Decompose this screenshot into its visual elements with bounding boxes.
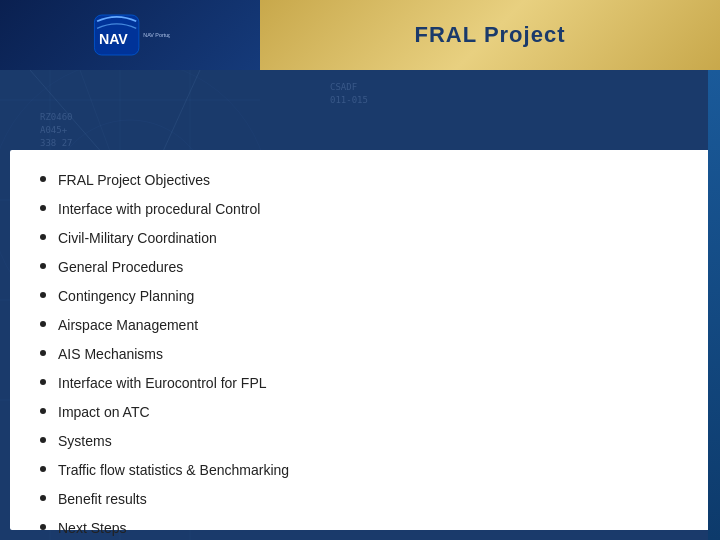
list-item-text: FRAL Project Objectives <box>58 170 210 191</box>
bullet-dot-icon <box>40 379 46 385</box>
content-area: FRAL Project ObjectivesInterface with pr… <box>10 150 710 530</box>
svg-text:NAV Portugal, E.P.E.: NAV Portugal, E.P.E. <box>143 32 170 38</box>
list-item: Interface with procedural Control <box>40 199 680 220</box>
list-item-text: Traffic flow statistics & Benchmarking <box>58 460 289 481</box>
list-item: Contingency Planning <box>40 286 680 307</box>
list-item: AIS Mechanisms <box>40 344 680 365</box>
right-panel <box>708 70 720 540</box>
list-item-text: Interface with Eurocontrol for FPL <box>58 373 267 394</box>
list-item-text: Contingency Planning <box>58 286 194 307</box>
svg-text:A045+: A045+ <box>40 125 68 135</box>
bullet-dot-icon <box>40 350 46 356</box>
list-item: Next Steps <box>40 518 680 539</box>
list-item: Interface with Eurocontrol for FPL <box>40 373 680 394</box>
list-item-text: Civil-Military Coordination <box>58 228 217 249</box>
list-item: Traffic flow statistics & Benchmarking <box>40 460 680 481</box>
list-item-text: AIS Mechanisms <box>58 344 163 365</box>
svg-text:RZ0460: RZ0460 <box>40 112 73 122</box>
title-area: FRAL Project <box>260 0 720 70</box>
bullet-dot-icon <box>40 263 46 269</box>
bullet-dot-icon <box>40 321 46 327</box>
bullet-dot-icon <box>40 437 46 443</box>
bullet-dot-icon <box>40 234 46 240</box>
page-title: FRAL Project <box>415 22 566 48</box>
list-item: General Procedures <box>40 257 680 278</box>
list-item: Benefit results <box>40 489 680 510</box>
nav-logo-svg: NAV NAV Portugal, E.P.E. <box>90 10 170 60</box>
list-item: FRAL Project Objectives <box>40 170 680 191</box>
header-bar: NAV NAV Portugal, E.P.E. FRAL Project <box>0 0 720 70</box>
list-item-text: Systems <box>58 431 112 452</box>
svg-text:NAV: NAV <box>99 31 128 47</box>
svg-text:CSADF: CSADF <box>330 82 357 92</box>
bullet-list: FRAL Project ObjectivesInterface with pr… <box>40 170 680 540</box>
list-item: Airspace Management <box>40 315 680 336</box>
list-item-text: Benefit results <box>58 489 147 510</box>
bullet-dot-icon <box>40 466 46 472</box>
svg-text:338 27: 338 27 <box>40 138 73 148</box>
list-item: Impact on ATC <box>40 402 680 423</box>
bullet-dot-icon <box>40 495 46 501</box>
list-item-text: Interface with procedural Control <box>58 199 260 220</box>
logo-area: NAV NAV Portugal, E.P.E. <box>0 0 260 70</box>
bullet-dot-icon <box>40 205 46 211</box>
list-item: Civil-Military Coordination <box>40 228 680 249</box>
bullet-dot-icon <box>40 408 46 414</box>
bullet-dot-icon <box>40 524 46 530</box>
list-item-text: Impact on ATC <box>58 402 150 423</box>
list-item-text: Next Steps <box>58 518 126 539</box>
list-item: Systems <box>40 431 680 452</box>
svg-text:011-015: 011-015 <box>330 95 368 105</box>
bullet-dot-icon <box>40 176 46 182</box>
list-item-text: Airspace Management <box>58 315 198 336</box>
bullet-dot-icon <box>40 292 46 298</box>
list-item-text: General Procedures <box>58 257 183 278</box>
